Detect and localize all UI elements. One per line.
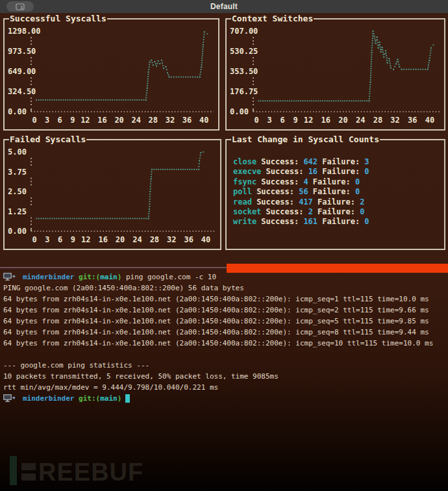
svg-text:0: 0 xyxy=(254,116,258,125)
svg-text:40: 40 xyxy=(199,116,208,125)
success-label: Success: xyxy=(256,187,294,196)
terminal-prompt-icon xyxy=(3,394,16,403)
svg-text:36: 36 xyxy=(184,235,193,244)
svg-text:32: 32 xyxy=(390,116,399,125)
failure-label: Failure: xyxy=(317,207,355,216)
success-count: 417 xyxy=(299,197,313,207)
svg-text:3: 3 xyxy=(45,235,49,244)
svg-text:12: 12 xyxy=(81,116,90,125)
success-label: Success: xyxy=(256,197,294,207)
svg-text:9: 9 xyxy=(71,235,75,244)
ping-rtt-line: rtt min/avg/max/mdev = 9.444/9.798/10.04… xyxy=(3,382,447,393)
prompt-branch: main xyxy=(100,273,118,281)
watermark-f-glyph xyxy=(21,463,36,481)
svg-text:707.00: 707.00 xyxy=(230,27,258,36)
svg-text:2.50: 2.50 xyxy=(8,187,27,196)
svg-text:28: 28 xyxy=(373,116,382,125)
failure-label: Failure: xyxy=(317,197,355,207)
blank-line xyxy=(3,349,447,360)
svg-text:0.00: 0.00 xyxy=(8,107,27,116)
syscall-name: read xyxy=(233,197,252,207)
svg-text:36: 36 xyxy=(408,116,417,125)
svg-text:16: 16 xyxy=(97,116,106,125)
svg-text:5.00: 5.00 xyxy=(8,147,27,157)
svg-text:16: 16 xyxy=(321,116,330,125)
watermark-bar xyxy=(10,456,17,485)
svg-text:0: 0 xyxy=(32,116,36,125)
success-label: Success: xyxy=(261,157,299,166)
prompt-git-suffix: ) xyxy=(118,273,122,281)
svg-text:353.50: 353.50 xyxy=(230,67,258,76)
success-label: Success: xyxy=(261,217,299,226)
panel-failed-syscalls: Failed Syscalls 5.003.752.501.250.000369… xyxy=(3,139,221,250)
watermark-text: REEBUF xyxy=(38,461,143,483)
ping-reply-line: 64 bytes from zrh04s14-in-x0e.1e100.net … xyxy=(3,305,447,316)
failure-count: 0 xyxy=(355,177,360,186)
title-bar: Default xyxy=(0,0,448,13)
svg-text:6: 6 xyxy=(280,116,284,125)
failure-label: Failure: xyxy=(322,217,360,226)
success-count: 56 xyxy=(299,187,308,196)
svg-text:20: 20 xyxy=(338,116,347,125)
ping-stats-line: 10 packets transmitted, 5 received, 50% … xyxy=(3,371,447,382)
terminal-cursor[interactable] xyxy=(125,394,130,403)
freebuf-watermark: REEBUF xyxy=(10,456,143,488)
terminal-screen[interactable]: Successful Syscalls 1298.00973.50649.003… xyxy=(0,13,448,491)
terminal-prompt-icon xyxy=(3,273,16,281)
success-label: Success: xyxy=(261,177,299,186)
syscall-name: execve xyxy=(233,167,261,176)
svg-text:0.00: 0.00 xyxy=(230,107,249,116)
svg-text:6: 6 xyxy=(58,116,62,125)
svg-text:40: 40 xyxy=(425,116,434,125)
success-count: 16 xyxy=(308,167,317,176)
svg-text:3: 3 xyxy=(267,116,271,125)
syscall-count-row: fsync Success: 4 Failure: 0 xyxy=(233,177,440,187)
terminal-output: minderbinder git:(main) ping google.com … xyxy=(3,271,447,404)
syscall-counts-list: close Success: 642 Failure: 3execve Succ… xyxy=(233,157,440,227)
svg-text:16: 16 xyxy=(98,235,107,244)
svg-text:6: 6 xyxy=(58,235,62,244)
svg-text:40: 40 xyxy=(201,235,210,244)
svg-text:28: 28 xyxy=(150,235,159,244)
screen-share-icon xyxy=(16,3,25,10)
syscall-count-row: write Success: 161 Failure: 0 xyxy=(233,217,440,227)
window-title: Default xyxy=(210,2,238,11)
success-count: 642 xyxy=(303,157,317,166)
failure-count: 0 xyxy=(364,217,369,226)
syscall-name: close xyxy=(233,157,256,166)
panel-successful-syscalls: Successful Syscalls 1298.00973.50649.003… xyxy=(3,18,219,131)
ping-reply-line: 64 bytes from zrh04s14-in-x0e.1e100.net … xyxy=(3,294,447,305)
syscall-count-row: socket Success: 2 Failure: 0 xyxy=(233,207,440,217)
svg-text:24: 24 xyxy=(131,116,140,125)
svg-text:9: 9 xyxy=(70,116,75,125)
ping-reply-line: 64 bytes from zrh04s14-in-x0e.1e100.net … xyxy=(3,327,447,338)
panel-title: Last Change in Syscall Counts xyxy=(231,134,380,144)
failure-label: Failure: xyxy=(322,157,360,166)
prompt-git-suffix: ) xyxy=(118,394,122,403)
svg-text:3: 3 xyxy=(45,116,49,125)
prompt-git-prefix: git:( xyxy=(79,394,100,403)
pane-divider xyxy=(0,267,227,268)
svg-text:176.75: 176.75 xyxy=(230,87,258,96)
context-switches-chart: 707.00530.25353.50176.750.00036912162024… xyxy=(227,21,443,129)
svg-text:530.25: 530.25 xyxy=(230,47,258,56)
svg-text:324.50: 324.50 xyxy=(8,87,36,96)
failure-label: Failure: xyxy=(322,167,360,176)
syscall-name: socket xyxy=(233,207,261,216)
prompt-host: minderbinder xyxy=(23,394,74,403)
failure-count: 2 xyxy=(360,197,364,207)
failed-syscalls-chart: 5.003.752.501.250.0003691216202428323640 xyxy=(5,142,219,248)
svg-text:20: 20 xyxy=(116,235,125,244)
prompt-git-prefix: git:( xyxy=(79,273,100,281)
successful-syscalls-chart: 1298.00973.50649.00324.500.0003691216202… xyxy=(5,21,217,129)
success-label: Success: xyxy=(266,207,304,216)
prompt-line: minderbinder git:(main) xyxy=(3,393,447,404)
svg-text:32: 32 xyxy=(166,116,175,125)
ping-reply-line: 64 bytes from zrh04s14-in-x0e.1e100.net … xyxy=(3,316,447,327)
failure-count: 0 xyxy=(360,207,364,216)
failure-count: 0 xyxy=(364,167,369,176)
svg-text:28: 28 xyxy=(149,116,158,125)
success-label: Success: xyxy=(266,167,304,176)
screen-share-button[interactable] xyxy=(6,1,34,12)
failure-label: Failure: xyxy=(313,177,351,186)
